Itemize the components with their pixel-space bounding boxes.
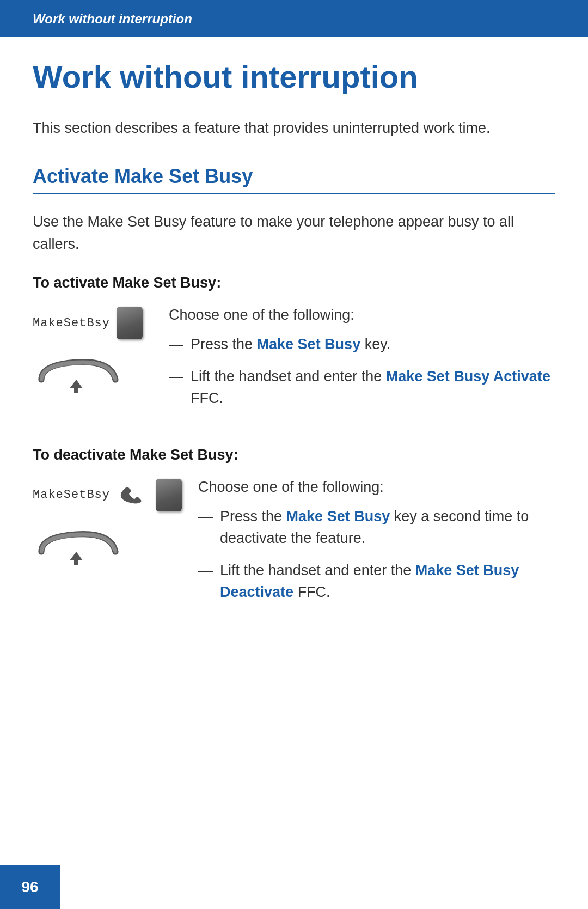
page-content: Work without interruption This section d… xyxy=(0,37,588,684)
deactivate-btn-key-icon xyxy=(156,479,182,511)
activate-bullet-list: — Press the Make Set Busy key. — Lift th… xyxy=(169,333,555,410)
deactivate-bullet-list: — Press the Make Set Busy key a second t… xyxy=(198,505,555,603)
activate-bullet-2: — Lift the handset and enter the Make Se… xyxy=(169,365,555,410)
activate-subtitle: To activate Make Set Busy: xyxy=(33,274,555,291)
dash-icon-2: — xyxy=(169,365,184,388)
dash-icon-1: — xyxy=(169,333,184,356)
page-number: 96 xyxy=(21,879,38,896)
deactivate-instruction-block: MakeSetBsy xyxy=(33,479,555,613)
section-title: Activate Make Set Busy xyxy=(33,165,555,194)
activate-text-column: Choose one of the following: — Press the… xyxy=(169,307,555,419)
deactivate-icons-column: MakeSetBsy xyxy=(33,479,182,613)
activate-icons-column: MakeSetBsy xyxy=(33,307,152,419)
activate-btn-key-icon xyxy=(117,307,143,339)
page-title: Work without interruption xyxy=(33,59,555,95)
deactivate-bullet-1: — Press the Make Set Busy key a second t… xyxy=(198,505,555,550)
activate-key-label: MakeSetBsy xyxy=(33,316,110,330)
msb-key-link-2: Make Set Busy xyxy=(286,508,390,524)
deactivate-bullet-2-text: Lift the handset and enter the Make Set … xyxy=(220,559,555,603)
activate-instruction-block: MakeSetBsy xyxy=(33,307,555,419)
section-description: Use the Make Set Busy feature to make yo… xyxy=(33,211,555,255)
activate-choose-text: Choose one of the following: xyxy=(169,307,555,324)
deactivate-bullet-2: — Lift the handset and enter the Make Se… xyxy=(198,559,555,603)
svg-marker-2 xyxy=(70,552,83,560)
deactivate-text-column: Choose one of the following: — Press the… xyxy=(198,479,555,613)
page-footer: 96 xyxy=(0,865,60,909)
deactivate-handset-icon xyxy=(33,521,120,569)
intro-text: This section describes a feature that pr… xyxy=(33,117,555,139)
dash-icon-4: — xyxy=(198,559,213,582)
activate-bullet-2-text: Lift the handset and enter the Make Set … xyxy=(191,365,555,410)
msb-activate-link: Make Set Busy Activate xyxy=(386,368,550,385)
activate-key-row: MakeSetBsy xyxy=(33,307,143,339)
msb-deactivate-link: Make Set Busy Deactivate xyxy=(220,562,519,601)
deactivate-bullet-1-text: Press the Make Set Busy key a second tim… xyxy=(220,505,555,550)
svg-rect-1 xyxy=(74,388,78,393)
deactivate-key-label: MakeSetBsy xyxy=(33,488,110,502)
svg-rect-3 xyxy=(74,560,78,565)
deactivate-subtitle: To deactivate Make Set Busy: xyxy=(33,447,555,463)
deactivate-subsection: To deactivate Make Set Busy: MakeSetBsy xyxy=(33,447,555,613)
msb-key-link-1: Make Set Busy xyxy=(257,336,361,352)
dash-icon-3: — xyxy=(198,505,213,528)
deactivate-key-row: MakeSetBsy xyxy=(33,479,182,511)
activate-bullet-1: — Press the Make Set Busy key. xyxy=(169,333,555,356)
activate-handset-icon xyxy=(33,349,120,396)
header-bar: Work without interruption xyxy=(0,0,588,37)
activate-bullet-1-text: Press the Make Set Busy key. xyxy=(191,333,390,356)
activate-subsection: To activate Make Set Busy: MakeSetBsy xyxy=(33,274,555,419)
svg-marker-0 xyxy=(70,380,83,388)
deactivate-choose-text: Choose one of the following: xyxy=(198,479,555,496)
header-bar-text: Work without interruption xyxy=(33,11,192,26)
phone-busy-icon xyxy=(117,479,149,511)
